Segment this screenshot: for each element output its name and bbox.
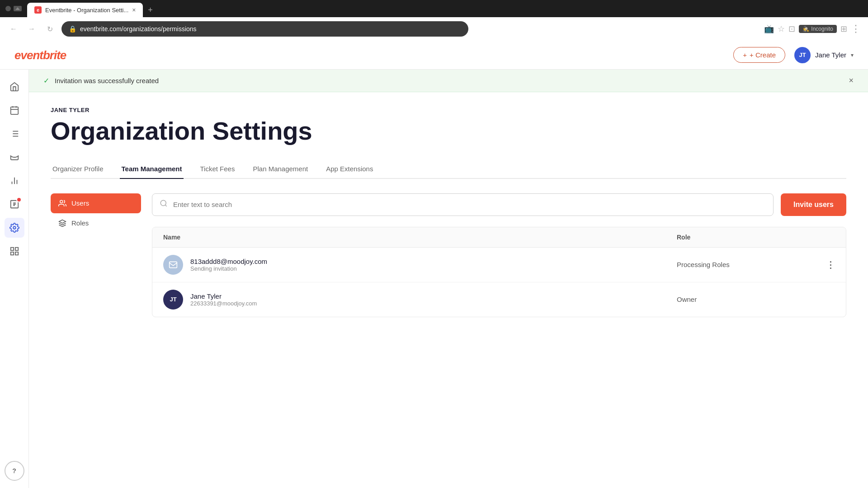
- search-invite-row: Invite users: [152, 193, 846, 216]
- success-banner: ✓ Invitation was successfully created ×: [29, 70, 868, 92]
- svg-rect-0: [10, 107, 18, 115]
- url-display: eventbrite.com/organizations/permissions: [80, 25, 197, 33]
- tab-title: Eventbrite - Organization Setti...: [45, 7, 128, 14]
- forward-btn[interactable]: →: [25, 23, 38, 35]
- app: eventbrite + + Create JT Jane Tyler ▾: [0, 41, 868, 488]
- svg-rect-15: [10, 248, 13, 250]
- search-box[interactable]: [152, 193, 774, 216]
- refresh-btn[interactable]: ↻: [43, 23, 56, 35]
- nav-users-label: Users: [71, 199, 89, 207]
- sidebar-item-analytics[interactable]: [5, 171, 24, 191]
- sidebar-item-apps[interactable]: [5, 241, 24, 261]
- tab-team-management[interactable]: Team Management: [120, 160, 184, 179]
- cast-icon[interactable]: 📺: [764, 24, 774, 34]
- banner-message: Invitation was successfully created: [55, 77, 843, 84]
- svg-point-14: [13, 226, 16, 229]
- avatar: JT: [163, 290, 183, 310]
- svg-rect-16: [15, 248, 18, 250]
- svg-point-20: [160, 200, 166, 206]
- user-role: Processing Roles: [677, 261, 812, 268]
- more-options-btn[interactable]: ⋮: [826, 259, 835, 270]
- svg-rect-18: [15, 252, 18, 255]
- tab-ticket-fees[interactable]: Ticket Fees: [198, 160, 236, 179]
- svg-rect-17: [10, 252, 13, 255]
- table-row: 813addd8@moodjoy.com Sending invitation …: [152, 248, 846, 282]
- page-title: Organization Settings: [51, 117, 846, 145]
- search-icon: [160, 199, 168, 210]
- sidebar-item-settings[interactable]: [5, 218, 24, 238]
- user-name: Jane Tyler: [815, 51, 846, 59]
- main-content: ✓ Invitation was successfully created × …: [29, 70, 868, 488]
- tab-favicon: e: [34, 6, 42, 14]
- team-section: Users Roles: [51, 193, 846, 317]
- avatar: JT: [794, 47, 811, 63]
- sidebar: ?: [0, 70, 29, 488]
- back-btn[interactable]: ←: [7, 23, 20, 35]
- svg-rect-22: [170, 262, 177, 267]
- chevron-down-icon: ▾: [851, 52, 854, 58]
- col-actions-header: [812, 234, 835, 241]
- nav-item-users[interactable]: Users: [51, 193, 141, 213]
- avatar: [163, 255, 183, 275]
- tab-app-extensions[interactable]: App Extensions: [324, 160, 375, 179]
- check-icon: ✓: [43, 76, 49, 85]
- address-bar[interactable]: 🔒 eventbrite.com/organizations/permissio…: [61, 21, 468, 37]
- logo[interactable]: eventbrite: [14, 48, 66, 62]
- user-info: 813addd8@moodjoy.com Sending invitation: [163, 255, 677, 275]
- create-button[interactable]: + + Create: [733, 47, 785, 63]
- browser-chrome: e Eventbrite - Organization Setti... × +…: [0, 0, 868, 41]
- profile-icon[interactable]: ⊡: [788, 24, 795, 34]
- user-details: 813addd8@moodjoy.com Sending invitation: [190, 258, 267, 272]
- nav-item-roles[interactable]: Roles: [51, 213, 141, 233]
- tab-organizer-profile[interactable]: Organizer Profile: [51, 160, 105, 179]
- extensions-icon[interactable]: ⊞: [840, 24, 847, 34]
- plus-icon: +: [743, 51, 747, 59]
- table-header: Name Role: [152, 227, 846, 248]
- sidebar-item-home[interactable]: [5, 77, 24, 97]
- menu-icon[interactable]: ⋮: [851, 23, 861, 35]
- tab-plan-management[interactable]: Plan Management: [251, 160, 310, 179]
- col-role-header: Role: [677, 234, 812, 241]
- user-menu[interactable]: JT Jane Tyler ▾: [794, 47, 854, 63]
- user-info: JT Jane Tyler 22633391@moodjoy.com: [163, 290, 677, 310]
- tab-close-btn[interactable]: ×: [132, 6, 136, 14]
- table-row: JT Jane Tyler 22633391@moodjoy.com Owner: [152, 282, 846, 317]
- invite-users-button[interactable]: Invite users: [781, 193, 846, 216]
- tabs: Organizer Profile Team Management Ticket…: [51, 160, 846, 179]
- sidebar-item-orders[interactable]: [5, 124, 24, 144]
- user-details: Jane Tyler 22633391@moodjoy.com: [190, 292, 257, 307]
- users-nav-icon: [58, 199, 67, 208]
- app-header: eventbrite + + Create JT Jane Tyler ▾: [0, 41, 868, 70]
- org-name-label: JANE TYLER: [51, 107, 846, 113]
- browser-tab[interactable]: e Eventbrite - Organization Setti... ×: [27, 3, 143, 17]
- sidebar-item-help[interactable]: ?: [5, 461, 24, 481]
- user-email-sub: 22633391@moodjoy.com: [190, 300, 257, 307]
- roles-nav-icon: [58, 219, 67, 228]
- page-content: JANE TYLER Organization Settings Organiz…: [29, 92, 868, 332]
- user-email: 813addd8@moodjoy.com: [190, 258, 267, 265]
- incognito-badge: 🕵 Incognito: [799, 25, 837, 33]
- user-role: Owner: [677, 296, 812, 303]
- col-name-header: Name: [163, 234, 677, 241]
- app-body: ? ✓ Invitation was successfully created …: [0, 70, 868, 488]
- row-actions: ⋮: [812, 259, 835, 270]
- user-status: Sending invitation: [190, 265, 267, 272]
- sidebar-item-calendar[interactable]: [5, 100, 24, 120]
- nav-roles-label: Roles: [71, 219, 89, 227]
- sidebar-item-finance[interactable]: [5, 194, 24, 214]
- section-nav: Users Roles: [51, 193, 141, 317]
- new-tab-btn[interactable]: +: [143, 3, 157, 17]
- svg-point-19: [60, 200, 63, 203]
- svg-line-21: [165, 205, 166, 206]
- section-content: Invite users Name Role: [152, 193, 846, 317]
- users-table: Name Role: [152, 227, 846, 317]
- search-input[interactable]: [173, 201, 766, 208]
- banner-close-btn[interactable]: ×: [849, 76, 854, 85]
- user-name: Jane Tyler: [190, 292, 257, 300]
- bookmark-icon[interactable]: ☆: [778, 24, 785, 34]
- sidebar-item-marketing[interactable]: [5, 147, 24, 167]
- browser-actions: 📺 ☆ ⊡ 🕵 Incognito ⊞ ⋮: [764, 23, 861, 35]
